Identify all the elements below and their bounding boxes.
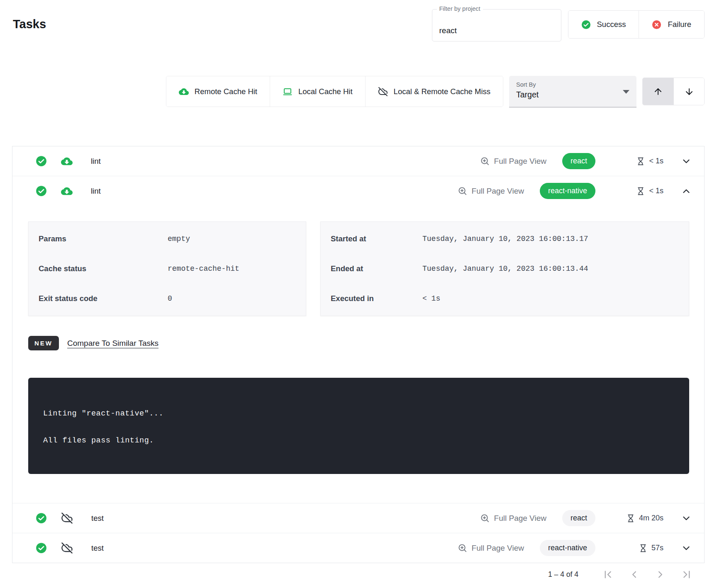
task-row-test-react-native[interactable]: test Full Page View react-native 57s: [12, 533, 704, 563]
duration-text: 4m 20s: [639, 514, 663, 522]
sort-descending-button[interactable]: [673, 78, 704, 105]
task-row-lint-react[interactable]: lint Full Page View react < 1s: [12, 146, 704, 176]
task-target: lint: [91, 157, 101, 166]
project-badge[interactable]: react-native: [540, 183, 595, 199]
terminal-line: All files pass linting.: [43, 436, 674, 445]
task-row-lint-react-native[interactable]: lint Full Page View react-native < 1s: [12, 176, 704, 206]
success-check-icon: [36, 513, 47, 524]
page-title: Tasks: [13, 17, 46, 31]
full-page-view-link[interactable]: Full Page View: [458, 186, 524, 196]
full-page-view-label: Full Page View: [494, 514, 546, 523]
task-details: Params empty Cache status remote-cache-h…: [12, 206, 704, 503]
full-page-view-link[interactable]: Full Page View: [480, 513, 546, 523]
chevron-down-icon[interactable]: [681, 543, 692, 554]
exit-code-value: 0: [168, 294, 172, 303]
row-actions: Full Page View react 4m 20s: [480, 510, 692, 526]
params-label: Params: [39, 234, 168, 243]
project-badge[interactable]: react-native: [540, 540, 595, 556]
new-badge: NEW: [28, 336, 59, 350]
executed-in-value: < 1s: [422, 294, 440, 303]
task-target: test: [91, 514, 104, 523]
terminal-line: Linting "react-native"...: [43, 409, 674, 418]
zoom-in-icon: [458, 543, 467, 553]
remote-cache-hit-filter[interactable]: Remote Cache Hit: [166, 76, 270, 107]
task-params-panel: Params empty Cache status remote-cache-h…: [28, 221, 306, 316]
success-filter-button[interactable]: Success: [568, 11, 639, 38]
cache-filter-group: Remote Cache Hit Local Cache Hit Local &…: [166, 76, 503, 107]
executed-in-label: Executed in: [331, 294, 422, 303]
cloud-download-icon: [61, 156, 73, 167]
failure-x-icon: [652, 20, 661, 29]
cache-miss-label: Local & Remote Cache Miss: [394, 87, 490, 96]
task-target: lint: [91, 187, 101, 196]
detail-row-ended-at: Ended at Tuesday, January 10, 2023 16:00…: [321, 254, 689, 284]
hourglass-icon: [636, 157, 645, 165]
filter-by-project-field[interactable]: Filter by project: [432, 9, 561, 41]
success-check-icon: [36, 156, 47, 167]
task-duration: < 1s: [608, 157, 663, 165]
remote-cache-hit-label: Remote Cache Hit: [195, 87, 257, 96]
previous-page-icon: [629, 569, 640, 580]
full-page-view-label: Full Page View: [472, 187, 524, 196]
status-filter-group: Success Failure: [568, 10, 705, 39]
chevron-up-icon[interactable]: [681, 186, 692, 197]
terminal-output: Linting "react-native"... All files pass…: [28, 378, 689, 474]
sort-direction-group: [642, 78, 705, 105]
exit-code-label: Exit status code: [39, 294, 168, 303]
filter-project-input[interactable]: [432, 10, 561, 41]
cache-miss-filter[interactable]: Local & Remote Cache Miss: [365, 76, 503, 107]
first-page-button[interactable]: [602, 569, 614, 580]
next-page-button[interactable]: [655, 569, 666, 580]
sort-by-value: Target: [516, 90, 636, 100]
dropdown-caret-icon: [623, 90, 629, 97]
success-check-icon: [581, 20, 591, 29]
zoom-in-icon: [480, 156, 490, 166]
row-actions: Full Page View react-native < 1s: [458, 183, 692, 199]
page-range-label: 1 – 4 of 4: [548, 570, 578, 579]
detail-panels: Params empty Cache status remote-cache-h…: [28, 221, 689, 316]
task-row-test-react[interactable]: test Full Page View react 4m 20s: [12, 503, 704, 533]
cache-status-value: remote-cache-hit: [168, 265, 239, 273]
header-controls: Filter by project Success Failure: [432, 9, 705, 41]
ended-at-label: Ended at: [331, 264, 422, 273]
chevron-down-icon[interactable]: [681, 156, 692, 167]
pager-buttons: [602, 569, 692, 580]
project-badge[interactable]: react: [562, 510, 595, 526]
compare-to-similar-tasks-link[interactable]: Compare To Similar Tasks: [67, 339, 158, 348]
task-timing-panel: Started at Tuesday, January 10, 2023 16:…: [320, 221, 689, 316]
sort-ascending-button[interactable]: [643, 78, 673, 105]
arrow-up-icon: [653, 87, 663, 97]
cloud-download-icon: [61, 185, 73, 197]
cloud-download-icon: [179, 87, 189, 97]
task-section: lint Full Page View react < 1s: [12, 146, 704, 176]
project-badge[interactable]: react: [562, 153, 595, 169]
ended-at-value: Tuesday, January 10, 2023 16:00:13.44: [422, 265, 588, 273]
sort-by-select[interactable]: Sort By Target: [509, 76, 636, 107]
local-cache-hit-filter[interactable]: Local Cache Hit: [270, 76, 365, 107]
last-page-button[interactable]: [681, 569, 692, 580]
previous-page-button[interactable]: [629, 569, 640, 580]
task-section-expanded: lint Full Page View react-native < 1s: [12, 176, 704, 503]
params-value: empty: [168, 235, 190, 243]
full-page-view-link[interactable]: Full Page View: [458, 543, 524, 553]
last-page-icon: [681, 569, 692, 580]
arrow-down-icon: [684, 87, 694, 97]
cloud-off-icon: [61, 512, 73, 524]
zoom-in-icon: [480, 513, 490, 523]
chevron-down-icon[interactable]: [681, 513, 692, 524]
success-check-icon: [36, 542, 47, 554]
duration-text: < 1s: [649, 157, 663, 165]
row-actions: Full Page View react < 1s: [480, 153, 692, 169]
detail-row-cache-status: Cache status remote-cache-hit: [29, 254, 306, 284]
full-page-view-link[interactable]: Full Page View: [480, 156, 546, 166]
task-section: test Full Page View react-native 57s: [12, 533, 704, 563]
task-list: lint Full Page View react < 1s: [12, 146, 705, 563]
cache-status-label: Cache status: [39, 264, 168, 273]
hourglass-icon: [636, 187, 645, 195]
full-page-view-label: Full Page View: [472, 544, 524, 553]
failure-filter-button[interactable]: Failure: [639, 11, 704, 38]
failure-label: Failure: [668, 20, 691, 29]
task-section: test Full Page View react 4m 20s: [12, 503, 704, 533]
cloud-off-icon: [378, 87, 388, 97]
detail-row-started-at: Started at Tuesday, January 10, 2023 16:…: [321, 224, 689, 254]
